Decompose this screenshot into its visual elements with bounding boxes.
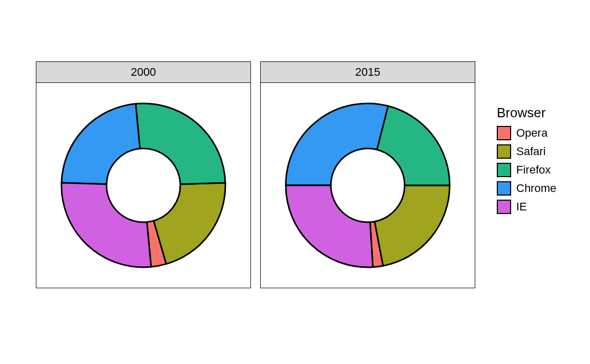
panel-2000: 2000 [36, 61, 251, 288]
panel-2015: 2015 [260, 61, 475, 288]
slice-chrome [61, 104, 140, 184]
panel-header-2000: 2000 [36, 62, 250, 83]
legend-item-opera: Opera [497, 126, 556, 140]
panel-body-2000 [36, 83, 250, 288]
slice-firefox [377, 106, 450, 185]
chart-stage: 2000 2015 Browser Opera Safari [0, 0, 590, 364]
panel-body-2015 [261, 83, 475, 288]
legend-label: Opera [516, 126, 547, 140]
panel-title: 2000 [131, 66, 156, 79]
slice-safari [374, 185, 450, 266]
donut-chart-2000 [51, 93, 236, 277]
panel-header-2015: 2015 [261, 62, 475, 83]
slice-ie [286, 185, 373, 267]
legend-item-firefox: Firefox [497, 163, 556, 177]
slice-chrome [286, 103, 388, 185]
swatch-firefox [497, 163, 511, 177]
legend-title: Browser [497, 105, 556, 121]
legend-item-ie: IE [497, 200, 556, 214]
legend: Browser Opera Safari Firefox Chrome IE [497, 105, 556, 214]
legend-item-safari: Safari [497, 144, 556, 159]
legend-label: Firefox [516, 163, 551, 177]
legend-label: IE [516, 200, 527, 213]
facet-panels: 2000 2015 [36, 61, 475, 288]
legend-label: Safari [516, 145, 545, 158]
donut-chart-2015 [276, 93, 460, 277]
slice-firefox [136, 103, 225, 184]
swatch-ie [497, 200, 511, 214]
legend-item-chrome: Chrome [497, 181, 556, 196]
swatch-opera [497, 126, 511, 140]
swatch-chrome [497, 181, 511, 196]
slice-safari [154, 183, 225, 264]
panel-title: 2015 [355, 66, 381, 79]
slice-ie [61, 183, 151, 267]
legend-label: Chrome [516, 182, 556, 195]
swatch-safari [497, 144, 511, 159]
legend-items: Opera Safari Firefox Chrome IE [497, 126, 556, 214]
